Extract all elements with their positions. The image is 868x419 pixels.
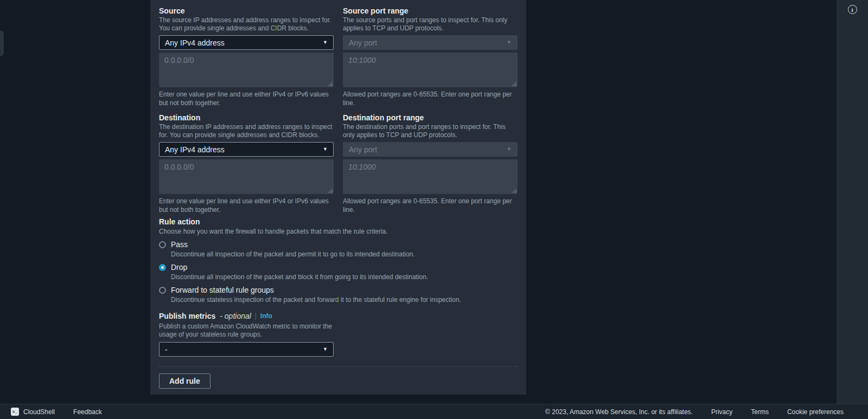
rule-action-option-drop: Drop Discontinue all inspection of the p… (159, 263, 518, 281)
source-description: The source IP addresses and address rang… (159, 16, 334, 33)
source-port-dropdown: Any port ▼ (343, 35, 518, 50)
destination-helper-text: Enter one value per line and use either … (159, 197, 334, 214)
chevron-down-icon: ▼ (323, 347, 328, 352)
feedback-link[interactable]: Feedback (73, 408, 102, 416)
destination-dropdown[interactable]: Any IPv4 address ▼ (159, 142, 334, 157)
rule-action-description: Choose how you want the firewall to hand… (159, 228, 518, 236)
radio-button-icon[interactable] (159, 241, 166, 248)
destination-port-description: The destination ports and port ranges to… (343, 123, 518, 139)
source-port-dropdown-value: Any port (349, 38, 377, 47)
radio-drop[interactable]: Drop (159, 263, 518, 272)
privacy-link[interactable]: Privacy (711, 408, 732, 416)
radio-pass-description: Discontinue all inspection of the packet… (171, 250, 475, 259)
destination-field-group: Destination The destination IP addresses… (159, 113, 334, 214)
radio-drop-label: Drop (171, 263, 187, 272)
destination-port-dropdown-value: Any port (349, 145, 377, 154)
source-port-label: Source port range (343, 7, 518, 15)
radio-forward[interactable]: Forward to stateful rule groups (159, 286, 518, 295)
radio-pass-label: Pass (171, 240, 188, 249)
destination-port-field-group: Destination port range The destination p… (343, 113, 518, 214)
destination-port-label: Destination port range (343, 113, 518, 122)
publish-metrics-dropdown-value: - (165, 345, 168, 354)
cloudshell-label: CloudShell (23, 408, 55, 416)
destination-description: The destination IP addresses and address… (159, 123, 334, 139)
cloudshell-button[interactable]: >_ CloudShell (11, 408, 55, 416)
publish-metrics-description: Publish a custom Amazon CloudWatch metri… (159, 323, 333, 339)
terms-link[interactable]: Terms (751, 408, 769, 416)
cloudshell-terminal-icon: >_ (11, 408, 19, 416)
side-nav-toggle-tab[interactable] (0, 30, 4, 56)
source-dropdown[interactable]: Any IPv4 address ▼ (159, 35, 334, 50)
publish-metrics-label: Publish metrics (159, 312, 215, 320)
destination-dropdown-value: Any IPv4 address (165, 145, 225, 154)
stateless-rule-form-panel: Source The source IP addresses and addre… (150, 0, 526, 395)
cookie-preferences-link[interactable]: Cookie preferences (787, 408, 844, 416)
source-port-helper-text: Allowed port ranges are 0-65535. Enter o… (343, 90, 518, 107)
source-label: Source (159, 7, 334, 15)
optional-suffix: - optional (220, 312, 251, 320)
rule-action-label: Rule action (159, 217, 518, 226)
source-addresses-textarea (159, 53, 334, 87)
radio-forward-description: Discontinue stateless inspection of the … (171, 296, 475, 304)
chevron-down-icon: ▼ (507, 147, 512, 152)
source-field-group: Source The source IP addresses and addre… (159, 7, 334, 107)
address-port-field-grid: Source The source IP addresses and addre… (159, 7, 518, 214)
copyright-text: © 2023, Amazon Web Services, Inc. or its… (545, 408, 693, 416)
source-dropdown-value: Any IPv4 address (165, 38, 225, 47)
destination-addresses-textarea (159, 159, 334, 194)
destination-port-helper-text: Allowed port ranges are 0-65535. Enter o… (343, 197, 518, 214)
console-footer: >_ CloudShell Feedback © 2023, Amazon We… (0, 404, 868, 419)
radio-button-icon[interactable] (159, 264, 166, 271)
destination-port-dropdown: Any port ▼ (343, 142, 518, 157)
destination-label: Destination (159, 113, 334, 122)
label-separator (256, 313, 256, 320)
source-helper-text: Enter one value per line and use either … (159, 90, 334, 107)
radio-pass[interactable]: Pass (159, 240, 518, 249)
source-port-field-group: Source port range The source ports and p… (343, 7, 518, 107)
chevron-down-icon: ▼ (323, 40, 328, 45)
radio-forward-label: Forward to stateful rule groups (171, 286, 274, 295)
source-port-description: The source ports and port ranges to insp… (343, 16, 518, 33)
add-rule-button[interactable]: Add rule (159, 373, 210, 389)
source-port-textarea (343, 53, 518, 87)
rule-action-section: Rule action Choose how you want the fire… (159, 217, 518, 304)
info-icon[interactable]: i (848, 5, 857, 14)
publish-metrics-section: Publish metrics - optional Info Publish … (159, 312, 518, 357)
radio-button-icon[interactable] (159, 287, 166, 294)
publish-metrics-dropdown[interactable]: - ▼ (159, 342, 334, 357)
chevron-down-icon: ▼ (507, 40, 512, 45)
rule-action-option-forward: Forward to stateful rule groups Disconti… (159, 286, 518, 304)
tools-rail: i (837, 0, 868, 404)
radio-drop-description: Discontinue all inspection of the packet… (171, 273, 475, 281)
destination-port-textarea (343, 159, 518, 194)
info-link[interactable]: Info (260, 312, 272, 320)
rule-action-option-pass: Pass Discontinue all inspection of the p… (159, 240, 518, 259)
chevron-down-icon: ▼ (323, 147, 328, 152)
